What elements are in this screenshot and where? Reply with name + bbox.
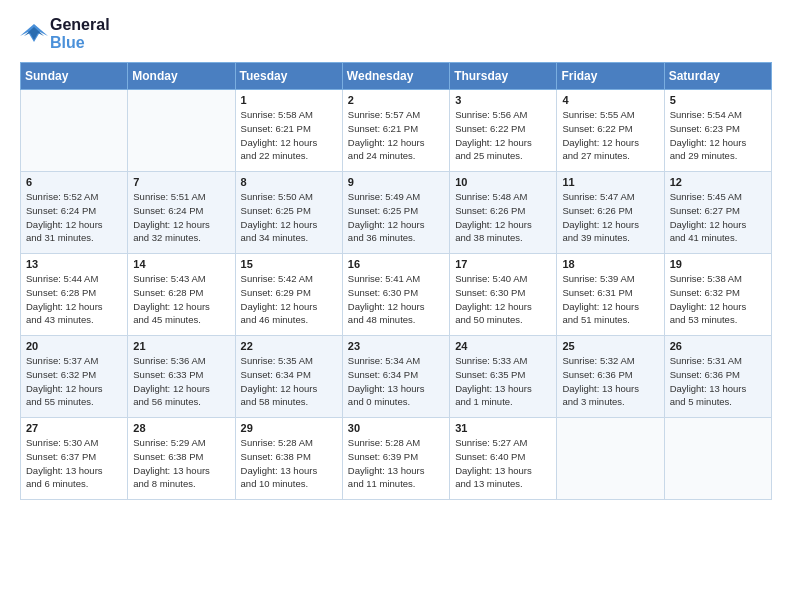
calendar-cell [557,418,664,500]
day-info: Sunrise: 5:36 AM Sunset: 6:33 PM Dayligh… [133,354,229,409]
day-info: Sunrise: 5:52 AM Sunset: 6:24 PM Dayligh… [26,190,122,245]
day-number: 30 [348,422,444,434]
day-number: 22 [241,340,337,352]
day-info: Sunrise: 5:51 AM Sunset: 6:24 PM Dayligh… [133,190,229,245]
calendar-cell [128,90,235,172]
calendar-cell: 6Sunrise: 5:52 AM Sunset: 6:24 PM Daylig… [21,172,128,254]
calendar-header: SundayMondayTuesdayWednesdayThursdayFrid… [21,63,772,90]
calendar-cell: 30Sunrise: 5:28 AM Sunset: 6:39 PM Dayli… [342,418,449,500]
day-info: Sunrise: 5:40 AM Sunset: 6:30 PM Dayligh… [455,272,551,327]
day-number: 12 [670,176,766,188]
weekday-header: Sunday [21,63,128,90]
calendar-cell: 9Sunrise: 5:49 AM Sunset: 6:25 PM Daylig… [342,172,449,254]
weekday-header: Wednesday [342,63,449,90]
day-info: Sunrise: 5:54 AM Sunset: 6:23 PM Dayligh… [670,108,766,163]
day-info: Sunrise: 5:38 AM Sunset: 6:32 PM Dayligh… [670,272,766,327]
day-info: Sunrise: 5:39 AM Sunset: 6:31 PM Dayligh… [562,272,658,327]
calendar-cell: 19Sunrise: 5:38 AM Sunset: 6:32 PM Dayli… [664,254,771,336]
calendar-cell: 11Sunrise: 5:47 AM Sunset: 6:26 PM Dayli… [557,172,664,254]
calendar-cell: 14Sunrise: 5:43 AM Sunset: 6:28 PM Dayli… [128,254,235,336]
calendar-week: 27Sunrise: 5:30 AM Sunset: 6:37 PM Dayli… [21,418,772,500]
calendar-week: 1Sunrise: 5:58 AM Sunset: 6:21 PM Daylig… [21,90,772,172]
day-info: Sunrise: 5:57 AM Sunset: 6:21 PM Dayligh… [348,108,444,163]
day-number: 28 [133,422,229,434]
calendar-cell [664,418,771,500]
day-number: 26 [670,340,766,352]
day-info: Sunrise: 5:32 AM Sunset: 6:36 PM Dayligh… [562,354,658,409]
calendar-week: 20Sunrise: 5:37 AM Sunset: 6:32 PM Dayli… [21,336,772,418]
calendar-cell [21,90,128,172]
day-number: 4 [562,94,658,106]
calendar-cell: 17Sunrise: 5:40 AM Sunset: 6:30 PM Dayli… [450,254,557,336]
day-number: 14 [133,258,229,270]
calendar-week: 6Sunrise: 5:52 AM Sunset: 6:24 PM Daylig… [21,172,772,254]
day-number: 29 [241,422,337,434]
calendar-cell: 24Sunrise: 5:33 AM Sunset: 6:35 PM Dayli… [450,336,557,418]
day-info: Sunrise: 5:29 AM Sunset: 6:38 PM Dayligh… [133,436,229,491]
day-info: Sunrise: 5:28 AM Sunset: 6:39 PM Dayligh… [348,436,444,491]
day-info: Sunrise: 5:55 AM Sunset: 6:22 PM Dayligh… [562,108,658,163]
day-info: Sunrise: 5:41 AM Sunset: 6:30 PM Dayligh… [348,272,444,327]
calendar-cell: 20Sunrise: 5:37 AM Sunset: 6:32 PM Dayli… [21,336,128,418]
calendar: SundayMondayTuesdayWednesdayThursdayFrid… [20,62,772,500]
day-info: Sunrise: 5:49 AM Sunset: 6:25 PM Dayligh… [348,190,444,245]
calendar-cell: 3Sunrise: 5:56 AM Sunset: 6:22 PM Daylig… [450,90,557,172]
day-number: 2 [348,94,444,106]
day-number: 25 [562,340,658,352]
day-number: 7 [133,176,229,188]
day-info: Sunrise: 5:34 AM Sunset: 6:34 PM Dayligh… [348,354,444,409]
calendar-cell: 27Sunrise: 5:30 AM Sunset: 6:37 PM Dayli… [21,418,128,500]
calendar-week: 13Sunrise: 5:44 AM Sunset: 6:28 PM Dayli… [21,254,772,336]
day-info: Sunrise: 5:48 AM Sunset: 6:26 PM Dayligh… [455,190,551,245]
day-number: 9 [348,176,444,188]
day-info: Sunrise: 5:42 AM Sunset: 6:29 PM Dayligh… [241,272,337,327]
calendar-cell: 18Sunrise: 5:39 AM Sunset: 6:31 PM Dayli… [557,254,664,336]
calendar-cell: 1Sunrise: 5:58 AM Sunset: 6:21 PM Daylig… [235,90,342,172]
day-info: Sunrise: 5:45 AM Sunset: 6:27 PM Dayligh… [670,190,766,245]
logo: General Blue [20,16,110,52]
calendar-cell: 23Sunrise: 5:34 AM Sunset: 6:34 PM Dayli… [342,336,449,418]
logo-text: General Blue [50,16,110,52]
day-info: Sunrise: 5:33 AM Sunset: 6:35 PM Dayligh… [455,354,551,409]
day-info: Sunrise: 5:35 AM Sunset: 6:34 PM Dayligh… [241,354,337,409]
day-info: Sunrise: 5:56 AM Sunset: 6:22 PM Dayligh… [455,108,551,163]
day-number: 3 [455,94,551,106]
weekday-header: Saturday [664,63,771,90]
day-info: Sunrise: 5:28 AM Sunset: 6:38 PM Dayligh… [241,436,337,491]
day-number: 11 [562,176,658,188]
day-number: 31 [455,422,551,434]
day-number: 23 [348,340,444,352]
day-number: 15 [241,258,337,270]
day-number: 20 [26,340,122,352]
day-number: 1 [241,94,337,106]
calendar-cell: 10Sunrise: 5:48 AM Sunset: 6:26 PM Dayli… [450,172,557,254]
calendar-cell: 22Sunrise: 5:35 AM Sunset: 6:34 PM Dayli… [235,336,342,418]
calendar-cell: 15Sunrise: 5:42 AM Sunset: 6:29 PM Dayli… [235,254,342,336]
calendar-cell: 21Sunrise: 5:36 AM Sunset: 6:33 PM Dayli… [128,336,235,418]
calendar-cell: 4Sunrise: 5:55 AM Sunset: 6:22 PM Daylig… [557,90,664,172]
day-info: Sunrise: 5:44 AM Sunset: 6:28 PM Dayligh… [26,272,122,327]
day-number: 27 [26,422,122,434]
calendar-cell: 29Sunrise: 5:28 AM Sunset: 6:38 PM Dayli… [235,418,342,500]
calendar-cell: 31Sunrise: 5:27 AM Sunset: 6:40 PM Dayli… [450,418,557,500]
day-number: 18 [562,258,658,270]
calendar-body: 1Sunrise: 5:58 AM Sunset: 6:21 PM Daylig… [21,90,772,500]
day-number: 6 [26,176,122,188]
day-number: 24 [455,340,551,352]
weekday-row: SundayMondayTuesdayWednesdayThursdayFrid… [21,63,772,90]
day-number: 13 [26,258,122,270]
day-info: Sunrise: 5:50 AM Sunset: 6:25 PM Dayligh… [241,190,337,245]
calendar-cell: 25Sunrise: 5:32 AM Sunset: 6:36 PM Dayli… [557,336,664,418]
day-number: 17 [455,258,551,270]
calendar-cell: 26Sunrise: 5:31 AM Sunset: 6:36 PM Dayli… [664,336,771,418]
header: General Blue [20,16,772,52]
calendar-cell: 16Sunrise: 5:41 AM Sunset: 6:30 PM Dayli… [342,254,449,336]
calendar-cell: 7Sunrise: 5:51 AM Sunset: 6:24 PM Daylig… [128,172,235,254]
weekday-header: Thursday [450,63,557,90]
calendar-cell: 5Sunrise: 5:54 AM Sunset: 6:23 PM Daylig… [664,90,771,172]
day-info: Sunrise: 5:27 AM Sunset: 6:40 PM Dayligh… [455,436,551,491]
calendar-cell: 8Sunrise: 5:50 AM Sunset: 6:25 PM Daylig… [235,172,342,254]
svg-marker-1 [24,27,44,40]
calendar-cell: 13Sunrise: 5:44 AM Sunset: 6:28 PM Dayli… [21,254,128,336]
day-info: Sunrise: 5:31 AM Sunset: 6:36 PM Dayligh… [670,354,766,409]
